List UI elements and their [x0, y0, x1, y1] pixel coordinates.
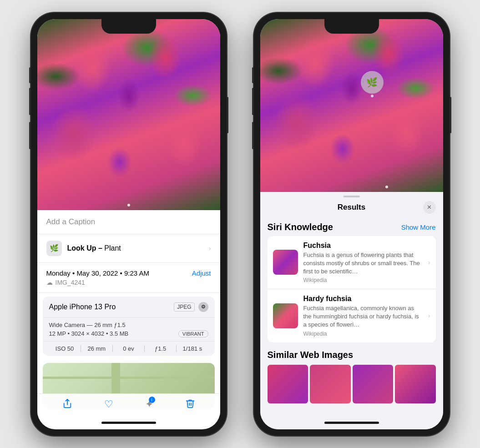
- similar-image-3[interactable]: [353, 365, 394, 403]
- fuchsia-thumbnail: [273, 250, 298, 275]
- right-volume-up-button[interactable]: [252, 88, 254, 115]
- lookup-label: Look Up – Plant: [67, 244, 121, 252]
- siri-knowledge-header: Siri Knowledge Show More: [268, 217, 436, 236]
- volume-down-button[interactable]: [29, 122, 31, 149]
- siri-knowledge-title: Siri Knowledge: [268, 222, 333, 232]
- camera-row: Apple iPhone 13 Pro JPEG ⚙: [43, 297, 215, 318]
- similar-image-2[interactable]: [310, 365, 351, 403]
- show-more-button[interactable]: Show More: [401, 223, 436, 231]
- fuchsia-source: Wikipedia: [303, 277, 423, 283]
- right-page-dot: [385, 186, 388, 188]
- share-button[interactable]: [62, 398, 72, 411]
- camera-section: Apple iPhone 13 Pro JPEG ⚙ Wide Camera —…: [43, 297, 215, 356]
- hardy-fuchsia-description: Fuchsia magellanica, commonly known as t…: [303, 304, 423, 329]
- wide-camera-text: Wide Camera — 26 mm ƒ1.5: [49, 322, 126, 328]
- home-indicator-left: [101, 422, 156, 424]
- fuchsia-description: Fuchsia is a genus of flowering plants t…: [303, 251, 423, 276]
- settings-icon[interactable]: ⚙: [198, 302, 208, 312]
- filename-text: IMG_4241: [56, 279, 85, 286]
- home-indicator-right: [324, 422, 379, 424]
- left-screen-content: Add a Caption 🌿 Look Up – Plant › Monday…: [37, 19, 220, 429]
- right-notch: [324, 19, 379, 34]
- left-phone: Add a Caption 🌿 Look Up – Plant › Monday…: [31, 13, 227, 436]
- power-button[interactable]: [227, 97, 228, 133]
- left-phone-screen: Add a Caption 🌿 Look Up – Plant › Monday…: [37, 19, 220, 429]
- fuchsia-text: Fuchsia Fuchsia is a genus of flowering …: [303, 242, 423, 284]
- camera-name: Apple iPhone 13 Pro: [49, 303, 116, 311]
- info-button[interactable]: ✦ i: [145, 398, 153, 411]
- mp-specs-text: 12 MP • 3024 × 4032 • 3.5 MB: [49, 330, 129, 337]
- caption-area[interactable]: Add a Caption: [37, 210, 220, 234]
- hardy-fuchsia-chevron-icon: ›: [428, 312, 430, 319]
- siri-bubble-dot: [371, 95, 374, 97]
- siri-knowledge-bubble: 🌿: [361, 71, 384, 94]
- knowledge-item-hardy-fuchsia[interactable]: Hardy fuchsia Fuchsia magellanica, commo…: [268, 289, 436, 342]
- results-sheet: Results ✕ Siri Knowledge Show More: [260, 192, 443, 429]
- exif-shutter: 1/181 s: [177, 345, 208, 352]
- flower-photo-right[interactable]: 🌿: [260, 19, 443, 192]
- exif-row: ISO 50 26 mm 0 ev ƒ1.5 1/181 s: [43, 342, 215, 356]
- adjust-button[interactable]: Adjust: [192, 269, 211, 277]
- knowledge-item-fuchsia[interactable]: Fuchsia Fuchsia is a genus of flowering …: [268, 236, 436, 290]
- hardy-fuchsia-thumbnail: [273, 303, 298, 328]
- similar-images-row: [268, 365, 436, 403]
- date-section: Monday • May 30, 2022 • 9:23 AM Adjust ☁…: [37, 263, 220, 293]
- cloud-icon: ☁: [46, 279, 53, 286]
- similar-web-title: Similar Web Images: [268, 350, 436, 360]
- right-screen-content: 🌿 Results ✕ Siri Knowledge Show More: [260, 19, 443, 429]
- page-dot-indicator: [127, 204, 130, 206]
- similar-web-section: Similar Web Images: [268, 350, 436, 403]
- exif-aperture: ƒ1.5: [145, 345, 177, 352]
- right-phone: 🌿 Results ✕ Siri Knowledge Show More: [254, 13, 450, 436]
- camera-badges: JPEG ⚙: [174, 302, 208, 312]
- specs-row: Wide Camera — 26 mm ƒ1.5 12 MP • 3024 × …: [43, 318, 215, 342]
- results-content: Siri Knowledge Show More Fuchsia Fuchsia…: [260, 217, 443, 429]
- info-badge: i: [149, 397, 155, 403]
- favorite-button[interactable]: ♡: [104, 398, 113, 411]
- format-badge: JPEG: [174, 302, 194, 312]
- hardy-fuchsia-text: Hardy fuchsia Fuchsia magellanica, commo…: [303, 295, 423, 337]
- hardy-fuchsia-source: Wikipedia: [303, 331, 423, 337]
- results-title: Results: [338, 203, 365, 212]
- toolbar: ♡ ✦ i: [37, 393, 220, 416]
- exif-iso: ISO 50: [49, 345, 81, 352]
- volume-up-button[interactable]: [29, 88, 31, 115]
- right-phone-screen: 🌿 Results ✕ Siri Knowledge Show More: [260, 19, 443, 429]
- fuchsia-chevron-icon: ›: [428, 259, 430, 266]
- hardy-fuchsia-name: Hardy fuchsia: [303, 295, 423, 303]
- similar-image-4[interactable]: [395, 365, 436, 403]
- chevron-right-icon: ›: [209, 245, 211, 252]
- close-button[interactable]: ✕: [423, 201, 436, 214]
- fuchsia-name: Fuchsia: [303, 242, 423, 250]
- vibrant-badge: VIBRANT: [178, 330, 208, 337]
- exif-focal: 26 mm: [81, 345, 113, 352]
- lookup-icon: 🌿: [46, 241, 62, 256]
- similar-image-1[interactable]: [268, 365, 308, 403]
- delete-button[interactable]: [185, 398, 195, 411]
- siri-leaf-icon: 🌿: [366, 77, 378, 88]
- caption-placeholder[interactable]: Add a Caption: [46, 217, 96, 226]
- exif-ev: 0 ev: [113, 345, 145, 352]
- date-text: Monday • May 30, 2022 • 9:23 AM: [46, 269, 149, 277]
- notch: [101, 19, 156, 34]
- right-power-button[interactable]: [450, 97, 451, 133]
- right-volume-down-button[interactable]: [252, 122, 254, 149]
- look-up-row[interactable]: 🌿 Look Up – Plant ›: [37, 234, 220, 263]
- results-header: Results ✕: [260, 197, 443, 217]
- flower-photo-left[interactable]: [37, 19, 220, 210]
- knowledge-card: Fuchsia Fuchsia is a genus of flowering …: [268, 236, 436, 342]
